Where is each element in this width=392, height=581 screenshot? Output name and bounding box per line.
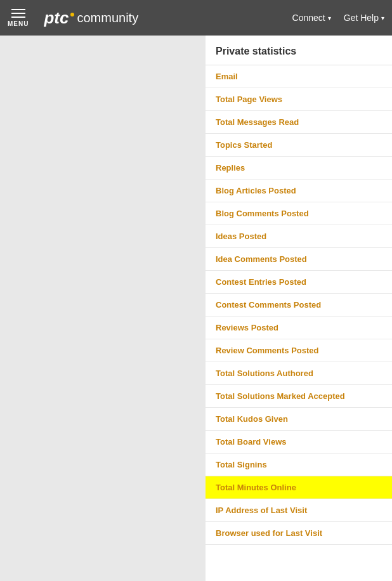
list-item: Total Solutions Marked Accepted <box>206 385 392 408</box>
list-item: Review Comments Posted <box>206 339 392 362</box>
stats-link-7[interactable]: Ideas Posted <box>206 225 392 247</box>
stats-link-4[interactable]: Replies <box>206 157 392 179</box>
list-item: Blog Comments Posted <box>206 202 392 225</box>
main-content: Private statistics EmailTotal Page Views… <box>0 36 392 581</box>
menu-button[interactable]: MENU <box>8 9 29 27</box>
logo: ptc community <box>44 8 138 28</box>
stats-link-8[interactable]: Idea Comments Posted <box>206 248 392 270</box>
stats-link-17[interactable]: Total Signins <box>206 454 392 476</box>
logo-ptc-text: ptc <box>44 8 69 28</box>
get-help-chevron-icon: ▾ <box>381 15 384 22</box>
stats-link-10[interactable]: Contest Comments Posted <box>206 294 392 316</box>
stats-link-9[interactable]: Contest Entries Posted <box>206 271 392 293</box>
stats-link-15[interactable]: Total Kudos Given <box>206 408 392 430</box>
stats-link-13[interactable]: Total Solutions Authored <box>206 362 392 384</box>
list-item: Email <box>206 65 392 88</box>
stats-link-19[interactable]: IP Address of Last Visit <box>206 499 392 521</box>
list-item: Replies <box>206 157 392 180</box>
stats-link-0[interactable]: Email <box>206 65 392 88</box>
stats-link-11[interactable]: Reviews Posted <box>206 317 392 339</box>
right-panel: Private statistics EmailTotal Page Views… <box>206 36 392 581</box>
get-help-label: Get Help <box>344 13 379 23</box>
menu-bar-1 <box>11 9 25 10</box>
stats-list: EmailTotal Page ViewsTotal Messages Read… <box>206 65 392 545</box>
list-item: Browser used for Last Visit <box>206 522 392 545</box>
list-item: Blog Articles Posted <box>206 180 392 202</box>
stats-link-6[interactable]: Blog Comments Posted <box>206 202 392 225</box>
stats-link-3[interactable]: Topics Started <box>206 134 392 156</box>
list-item: Contest Entries Posted <box>206 271 392 294</box>
header: MENU ptc community Connect ▾ Get Help ▾ <box>0 0 392 36</box>
stats-link-20[interactable]: Browser used for Last Visit <box>206 522 392 544</box>
menu-label: MENU <box>8 20 29 27</box>
list-item: Contest Comments Posted <box>206 294 392 317</box>
stats-link-12[interactable]: Review Comments Posted <box>206 339 392 362</box>
list-item: Ideas Posted <box>206 225 392 248</box>
menu-bar-2 <box>11 13 25 14</box>
main-nav: Connect ▾ Get Help ▾ <box>292 13 384 23</box>
list-item: Topics Started <box>206 134 392 157</box>
logo-community-text: community <box>77 11 138 25</box>
stats-link-18[interactable]: Total Minutes Online <box>206 476 392 499</box>
stats-link-2[interactable]: Total Messages Read <box>206 111 392 133</box>
connect-chevron-icon: ▾ <box>328 15 331 22</box>
get-help-nav-link[interactable]: Get Help ▾ <box>344 13 384 23</box>
logo-dot <box>70 13 74 16</box>
stats-link-1[interactable]: Total Page Views <box>206 88 392 110</box>
menu-bar-3 <box>11 16 25 18</box>
list-item: Total Messages Read <box>206 111 392 134</box>
list-item: Total Solutions Authored <box>206 362 392 385</box>
list-item: Total Signins <box>206 454 392 476</box>
list-item: Idea Comments Posted <box>206 248 392 271</box>
connect-nav-link[interactable]: Connect ▾ <box>292 13 331 23</box>
list-item: Reviews Posted <box>206 317 392 339</box>
connect-label: Connect <box>292 13 325 23</box>
stats-link-16[interactable]: Total Board Views <box>206 431 392 453</box>
list-item: Total Page Views <box>206 88 392 111</box>
stats-link-14[interactable]: Total Solutions Marked Accepted <box>206 385 392 407</box>
section-title: Private statistics <box>206 36 392 65</box>
left-panel <box>0 36 206 581</box>
list-item: Total Kudos Given <box>206 408 392 431</box>
list-item: Total Minutes Online <box>206 476 392 499</box>
stats-link-5[interactable]: Blog Articles Posted <box>206 180 392 202</box>
list-item: IP Address of Last Visit <box>206 499 392 522</box>
list-item: Total Board Views <box>206 431 392 454</box>
